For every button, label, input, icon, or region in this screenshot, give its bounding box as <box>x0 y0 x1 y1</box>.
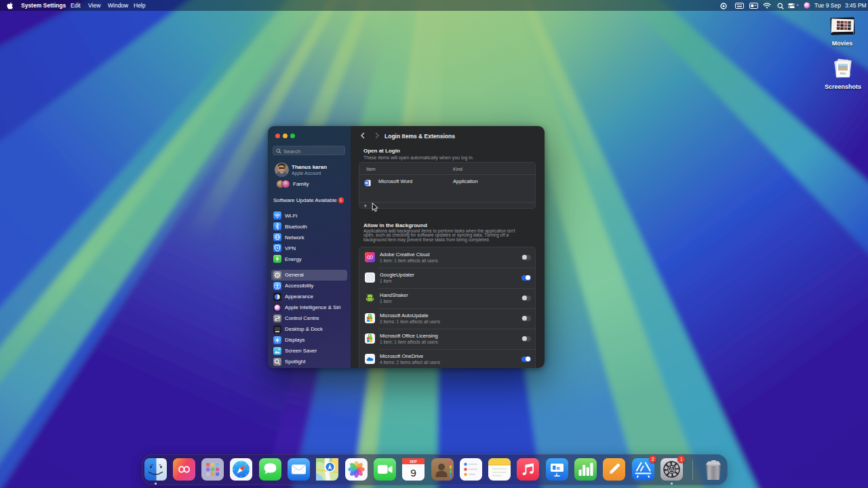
svg-text:PNG: PNG <box>840 72 846 75</box>
svg-text:W: W <box>365 181 368 185</box>
svg-text:9: 9 <box>410 467 416 479</box>
svg-text:SEP: SEP <box>410 460 417 464</box>
